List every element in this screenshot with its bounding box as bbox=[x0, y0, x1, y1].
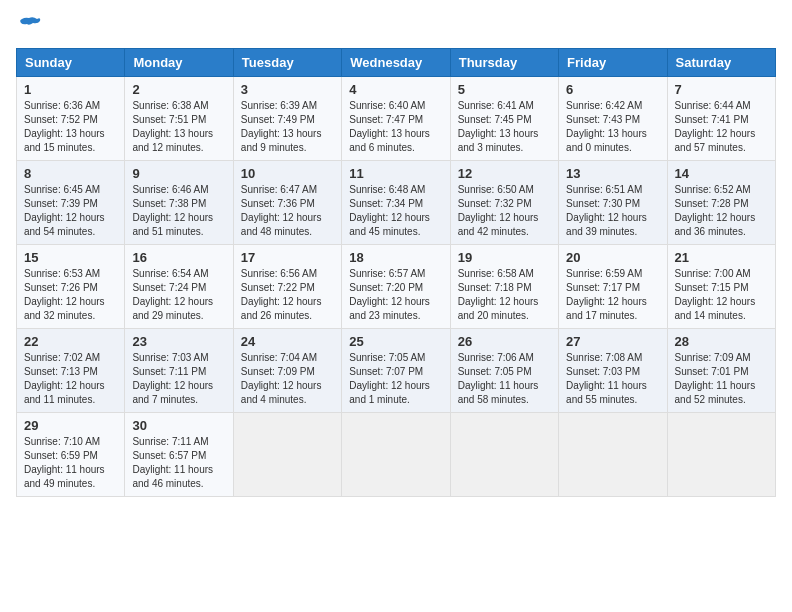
day-number: 22 bbox=[24, 334, 117, 349]
table-row: 16Sunrise: 6:54 AM Sunset: 7:24 PM Dayli… bbox=[125, 245, 233, 329]
table-row: 12Sunrise: 6:50 AM Sunset: 7:32 PM Dayli… bbox=[450, 161, 558, 245]
calendar-week-row: 22Sunrise: 7:02 AM Sunset: 7:13 PM Dayli… bbox=[17, 329, 776, 413]
day-number: 2 bbox=[132, 82, 225, 97]
table-row: 22Sunrise: 7:02 AM Sunset: 7:13 PM Dayli… bbox=[17, 329, 125, 413]
cell-text: Sunrise: 6:52 AM Sunset: 7:28 PM Dayligh… bbox=[675, 183, 768, 239]
table-row: 2Sunrise: 6:38 AM Sunset: 7:51 PM Daylig… bbox=[125, 77, 233, 161]
calendar-week-row: 15Sunrise: 6:53 AM Sunset: 7:26 PM Dayli… bbox=[17, 245, 776, 329]
day-number: 15 bbox=[24, 250, 117, 265]
cell-text: Sunrise: 7:09 AM Sunset: 7:01 PM Dayligh… bbox=[675, 351, 768, 407]
header-friday: Friday bbox=[559, 49, 667, 77]
day-number: 1 bbox=[24, 82, 117, 97]
day-number: 11 bbox=[349, 166, 442, 181]
table-row: 10Sunrise: 6:47 AM Sunset: 7:36 PM Dayli… bbox=[233, 161, 341, 245]
day-number: 3 bbox=[241, 82, 334, 97]
cell-text: Sunrise: 7:05 AM Sunset: 7:07 PM Dayligh… bbox=[349, 351, 442, 407]
cell-text: Sunrise: 6:57 AM Sunset: 7:20 PM Dayligh… bbox=[349, 267, 442, 323]
table-row: 7Sunrise: 6:44 AM Sunset: 7:41 PM Daylig… bbox=[667, 77, 775, 161]
cell-text: Sunrise: 6:36 AM Sunset: 7:52 PM Dayligh… bbox=[24, 99, 117, 155]
cell-text: Sunrise: 7:03 AM Sunset: 7:11 PM Dayligh… bbox=[132, 351, 225, 407]
day-number: 29 bbox=[24, 418, 117, 433]
table-row: 26Sunrise: 7:06 AM Sunset: 7:05 PM Dayli… bbox=[450, 329, 558, 413]
day-number: 4 bbox=[349, 82, 442, 97]
cell-text: Sunrise: 6:53 AM Sunset: 7:26 PM Dayligh… bbox=[24, 267, 117, 323]
cell-text: Sunrise: 6:41 AM Sunset: 7:45 PM Dayligh… bbox=[458, 99, 551, 155]
header-wednesday: Wednesday bbox=[342, 49, 450, 77]
cell-text: Sunrise: 6:59 AM Sunset: 7:17 PM Dayligh… bbox=[566, 267, 659, 323]
day-number: 17 bbox=[241, 250, 334, 265]
day-number: 26 bbox=[458, 334, 551, 349]
header-monday: Monday bbox=[125, 49, 233, 77]
cell-text: Sunrise: 6:58 AM Sunset: 7:18 PM Dayligh… bbox=[458, 267, 551, 323]
table-row: 29Sunrise: 7:10 AM Sunset: 6:59 PM Dayli… bbox=[17, 413, 125, 497]
calendar-header-row: Sunday Monday Tuesday Wednesday Thursday… bbox=[17, 49, 776, 77]
day-number: 16 bbox=[132, 250, 225, 265]
day-number: 12 bbox=[458, 166, 551, 181]
calendar-week-row: 29Sunrise: 7:10 AM Sunset: 6:59 PM Dayli… bbox=[17, 413, 776, 497]
table-row: 25Sunrise: 7:05 AM Sunset: 7:07 PM Dayli… bbox=[342, 329, 450, 413]
day-number: 19 bbox=[458, 250, 551, 265]
table-row: 5Sunrise: 6:41 AM Sunset: 7:45 PM Daylig… bbox=[450, 77, 558, 161]
table-row: 15Sunrise: 6:53 AM Sunset: 7:26 PM Dayli… bbox=[17, 245, 125, 329]
cell-text: Sunrise: 6:51 AM Sunset: 7:30 PM Dayligh… bbox=[566, 183, 659, 239]
table-row: 8Sunrise: 6:45 AM Sunset: 7:39 PM Daylig… bbox=[17, 161, 125, 245]
day-number: 24 bbox=[241, 334, 334, 349]
cell-text: Sunrise: 7:06 AM Sunset: 7:05 PM Dayligh… bbox=[458, 351, 551, 407]
day-number: 14 bbox=[675, 166, 768, 181]
day-number: 7 bbox=[675, 82, 768, 97]
cell-text: Sunrise: 6:56 AM Sunset: 7:22 PM Dayligh… bbox=[241, 267, 334, 323]
day-number: 10 bbox=[241, 166, 334, 181]
table-row: 6Sunrise: 6:42 AM Sunset: 7:43 PM Daylig… bbox=[559, 77, 667, 161]
day-number: 30 bbox=[132, 418, 225, 433]
day-number: 6 bbox=[566, 82, 659, 97]
table-row: 4Sunrise: 6:40 AM Sunset: 7:47 PM Daylig… bbox=[342, 77, 450, 161]
table-row: 23Sunrise: 7:03 AM Sunset: 7:11 PM Dayli… bbox=[125, 329, 233, 413]
cell-text: Sunrise: 6:44 AM Sunset: 7:41 PM Dayligh… bbox=[675, 99, 768, 155]
cell-text: Sunrise: 7:11 AM Sunset: 6:57 PM Dayligh… bbox=[132, 435, 225, 491]
table-row: 17Sunrise: 6:56 AM Sunset: 7:22 PM Dayli… bbox=[233, 245, 341, 329]
logo-bird-icon bbox=[19, 16, 41, 36]
calendar-week-row: 1Sunrise: 6:36 AM Sunset: 7:52 PM Daylig… bbox=[17, 77, 776, 161]
cell-text: Sunrise: 7:04 AM Sunset: 7:09 PM Dayligh… bbox=[241, 351, 334, 407]
calendar-table: Sunday Monday Tuesday Wednesday Thursday… bbox=[16, 48, 776, 497]
day-number: 27 bbox=[566, 334, 659, 349]
header-sunday: Sunday bbox=[17, 49, 125, 77]
table-row bbox=[450, 413, 558, 497]
day-number: 13 bbox=[566, 166, 659, 181]
cell-text: Sunrise: 6:54 AM Sunset: 7:24 PM Dayligh… bbox=[132, 267, 225, 323]
table-row: 30Sunrise: 7:11 AM Sunset: 6:57 PM Dayli… bbox=[125, 413, 233, 497]
cell-text: Sunrise: 7:08 AM Sunset: 7:03 PM Dayligh… bbox=[566, 351, 659, 407]
table-row: 3Sunrise: 6:39 AM Sunset: 7:49 PM Daylig… bbox=[233, 77, 341, 161]
table-row: 11Sunrise: 6:48 AM Sunset: 7:34 PM Dayli… bbox=[342, 161, 450, 245]
table-row: 28Sunrise: 7:09 AM Sunset: 7:01 PM Dayli… bbox=[667, 329, 775, 413]
table-row: 14Sunrise: 6:52 AM Sunset: 7:28 PM Dayli… bbox=[667, 161, 775, 245]
calendar-week-row: 8Sunrise: 6:45 AM Sunset: 7:39 PM Daylig… bbox=[17, 161, 776, 245]
table-row bbox=[559, 413, 667, 497]
table-row: 9Sunrise: 6:46 AM Sunset: 7:38 PM Daylig… bbox=[125, 161, 233, 245]
cell-text: Sunrise: 6:40 AM Sunset: 7:47 PM Dayligh… bbox=[349, 99, 442, 155]
day-number: 25 bbox=[349, 334, 442, 349]
cell-text: Sunrise: 7:10 AM Sunset: 6:59 PM Dayligh… bbox=[24, 435, 117, 491]
header-thursday: Thursday bbox=[450, 49, 558, 77]
cell-text: Sunrise: 6:48 AM Sunset: 7:34 PM Dayligh… bbox=[349, 183, 442, 239]
day-number: 9 bbox=[132, 166, 225, 181]
cell-text: Sunrise: 6:47 AM Sunset: 7:36 PM Dayligh… bbox=[241, 183, 334, 239]
table-row: 20Sunrise: 6:59 AM Sunset: 7:17 PM Dayli… bbox=[559, 245, 667, 329]
table-row bbox=[342, 413, 450, 497]
cell-text: Sunrise: 6:42 AM Sunset: 7:43 PM Dayligh… bbox=[566, 99, 659, 155]
table-row bbox=[233, 413, 341, 497]
table-row: 24Sunrise: 7:04 AM Sunset: 7:09 PM Dayli… bbox=[233, 329, 341, 413]
day-number: 28 bbox=[675, 334, 768, 349]
day-number: 23 bbox=[132, 334, 225, 349]
cell-text: Sunrise: 6:39 AM Sunset: 7:49 PM Dayligh… bbox=[241, 99, 334, 155]
header-saturday: Saturday bbox=[667, 49, 775, 77]
table-row: 19Sunrise: 6:58 AM Sunset: 7:18 PM Dayli… bbox=[450, 245, 558, 329]
cell-text: Sunrise: 6:45 AM Sunset: 7:39 PM Dayligh… bbox=[24, 183, 117, 239]
header-tuesday: Tuesday bbox=[233, 49, 341, 77]
cell-text: Sunrise: 6:50 AM Sunset: 7:32 PM Dayligh… bbox=[458, 183, 551, 239]
logo bbox=[16, 16, 41, 36]
day-number: 18 bbox=[349, 250, 442, 265]
day-number: 8 bbox=[24, 166, 117, 181]
day-number: 21 bbox=[675, 250, 768, 265]
cell-text: Sunrise: 7:00 AM Sunset: 7:15 PM Dayligh… bbox=[675, 267, 768, 323]
